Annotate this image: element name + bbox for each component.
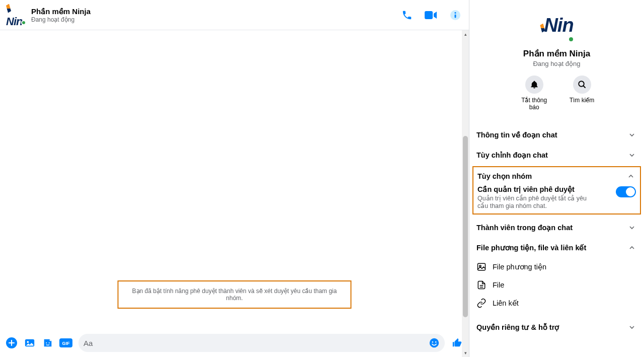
emoji-picker-button[interactable]	[429, 337, 440, 348]
info-button[interactable]	[448, 8, 463, 23]
svg-point-12	[432, 341, 434, 343]
group-options-highlight: Tùy chọn nhóm Cần quản trị viên phê duyệ…	[472, 166, 641, 215]
message-composer: GIF	[0, 329, 469, 357]
chevron-up-icon	[626, 171, 636, 181]
video-call-button[interactable]	[424, 8, 439, 23]
header-title[interactable]: Phần mềm Ninja	[31, 7, 399, 16]
search-icon	[578, 80, 587, 89]
header-status: Đang hoạt động	[31, 16, 399, 23]
system-message: Bạn đã bật tính năng phê duyệt thành viê…	[118, 280, 352, 309]
section-title: Tùy chọn nhóm	[477, 172, 532, 180]
section-group-options[interactable]: Tùy chọn nhóm	[477, 171, 636, 185]
section-privacy[interactable]: Quyền riêng tư & hỗ trợ	[469, 317, 644, 337]
svg-text:GIF: GIF	[62, 341, 70, 346]
header-actions	[399, 8, 463, 23]
svg-point-8	[49, 342, 50, 343]
profile-title[interactable]: Phần mềm Ninja	[523, 48, 590, 59]
media-files-button[interactable]: File phương tiện	[476, 258, 637, 276]
section-title: Thành viên trong đoạn chat	[476, 224, 573, 232]
scrollbar-thumb[interactable]	[463, 136, 468, 317]
chevron-down-icon	[627, 322, 637, 332]
section-title: File phương tiện, file và liên kết	[476, 244, 586, 252]
section-customize-chat[interactable]: Tùy chỉnh đoạn chat	[469, 145, 644, 165]
search-label: Tìm kiếm	[570, 97, 595, 104]
header-info: Phần mềm Ninja Đang hoạt động	[31, 7, 399, 23]
section-title: Quyền riêng tư & hỗ trợ	[476, 323, 559, 331]
section-list: Thông tin về đoạn chat Tùy chỉnh đoạn ch…	[469, 125, 644, 337]
media-label: Liên kết	[493, 299, 519, 307]
admin-approval-toggle[interactable]	[616, 186, 636, 197]
svg-point-6	[27, 341, 29, 343]
sticker-button[interactable]	[40, 335, 55, 350]
svg-rect-0	[425, 11, 433, 19]
files-button[interactable]: File	[476, 276, 637, 294]
scroll-up-arrow-icon[interactable]: ▴	[462, 31, 468, 37]
chat-main-panel: Nin Phần mềm Ninja Đang hoạt động Bạn đã…	[0, 0, 469, 357]
chevron-down-icon	[627, 130, 637, 140]
profile-actions: Tắt thông báo Tìm kiếm	[519, 76, 595, 111]
profile-avatar[interactable]: Nin	[539, 7, 575, 43]
chat-header: Nin Phần mềm Ninja Đang hoạt động	[0, 0, 469, 30]
search-button[interactable]: Tìm kiếm	[570, 76, 595, 111]
svg-point-11	[430, 338, 439, 347]
message-input-wrap[interactable]	[78, 334, 445, 352]
admin-approval-row: Cần quản trị viên phê duyệt Quản trị viê…	[477, 185, 636, 209]
scrollbar[interactable]: ▴ ▾	[462, 30, 469, 357]
scroll-down-arrow-icon[interactable]: ▾	[462, 350, 468, 356]
svg-point-7	[46, 342, 47, 343]
svg-point-2	[454, 12, 456, 13]
photo-button[interactable]	[22, 335, 37, 350]
section-title: Thông tin về đoạn chat	[476, 131, 557, 139]
section-members[interactable]: Thành viên trong đoạn chat	[469, 218, 644, 238]
links-button[interactable]: Liên kết	[476, 294, 637, 312]
info-sidebar: Nin Phần mềm Ninja Đang hoạt động Tắt th…	[469, 0, 644, 357]
mute-label: Tắt thông báo	[519, 97, 549, 111]
message-input[interactable]	[84, 339, 429, 347]
online-indicator-icon	[568, 36, 574, 42]
media-label: File	[493, 281, 504, 289]
svg-rect-15	[478, 263, 486, 270]
bell-icon	[530, 80, 539, 89]
profile-status: Đang hoạt động	[533, 60, 580, 67]
admin-approval-title: Cần quản trị viên phê duyệt	[477, 185, 611, 193]
sidebar-profile: Nin Phần mềm Ninja Đang hoạt động Tắt th…	[469, 0, 644, 116]
media-content: File phương tiện File Liên kết	[469, 258, 644, 317]
media-label: File phương tiện	[493, 263, 546, 271]
admin-approval-desc: Quản trị viên cần phê duyệt tất cả yêu c…	[477, 194, 598, 209]
svg-rect-3	[455, 14, 456, 18]
file-icon	[476, 280, 487, 290]
section-title: Tùy chỉnh đoạn chat	[476, 151, 548, 159]
chevron-down-icon	[627, 150, 637, 160]
image-icon	[476, 262, 487, 272]
gif-button[interactable]: GIF	[58, 335, 73, 350]
chat-body[interactable]: Bạn đã bật tính năng phê duyệt thành viê…	[0, 30, 469, 329]
header-avatar[interactable]: Nin	[6, 5, 26, 25]
section-chat-info[interactable]: Thông tin về đoạn chat	[469, 125, 644, 145]
mute-button[interactable]: Tắt thông báo	[519, 76, 549, 111]
section-media[interactable]: File phương tiện, file và liên kết	[469, 238, 644, 258]
link-icon	[476, 298, 487, 308]
chevron-down-icon	[627, 223, 637, 233]
online-indicator-icon	[21, 20, 26, 25]
svg-point-13	[435, 341, 437, 343]
chevron-up-icon	[627, 243, 637, 253]
voice-call-button[interactable]	[399, 8, 415, 23]
add-attachment-button[interactable]	[4, 335, 19, 350]
